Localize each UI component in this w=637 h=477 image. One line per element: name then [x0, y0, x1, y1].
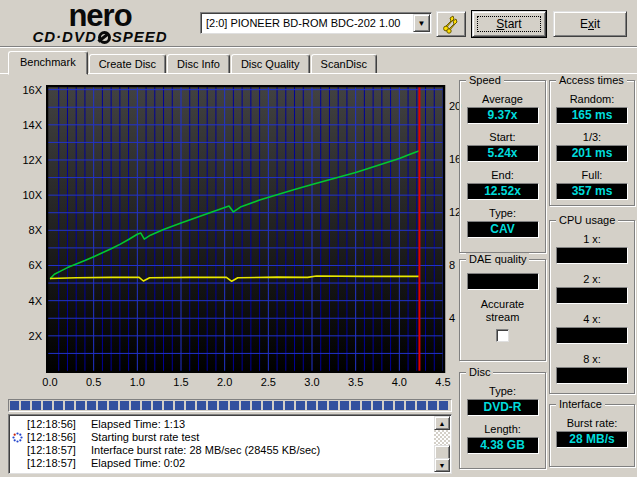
tools-icon [441, 14, 461, 34]
exit-label-pre: E [580, 17, 588, 31]
log-scrollbar[interactable]: ▲ ▼ [434, 416, 450, 472]
tab-disc-quality[interactable]: Disc Quality [231, 54, 310, 74]
product-prefix: CD·DVD [32, 28, 96, 45]
y-left-tick: 6X [10, 259, 42, 271]
speed-group: Speed Average9.37xStart:5.24xEnd:12.52xT… [459, 80, 546, 253]
tab-scandisc[interactable]: ScanDisc [311, 54, 377, 74]
dae-quality-group: DAE quality Accuratestream [459, 259, 546, 361]
dae-quality-value [467, 273, 539, 290]
x-tick: 0.5 [81, 376, 107, 388]
field-label: 4 x: [583, 313, 601, 326]
field-value: 201 ms [556, 145, 628, 162]
start-label-post: tart [504, 17, 521, 31]
field-value: 165 ms [556, 107, 628, 124]
field-label: 2 x: [583, 273, 601, 286]
accurate-stream-checkbox[interactable] [496, 329, 509, 342]
field-value [556, 287, 628, 304]
nero-cd-dvd-speed-logo: nero CD·DVDSPEED [14, 3, 186, 45]
start-button[interactable]: Start [472, 11, 546, 37]
field-label: Full: [582, 169, 603, 182]
x-tick: 4.5 [430, 376, 456, 388]
field-label: Random: [570, 93, 615, 106]
log-timestamp: [12:18:57] [27, 444, 91, 457]
arrow-down-icon[interactable]: ▼ [434, 458, 450, 472]
field-value [556, 327, 628, 344]
status-log-listbox[interactable]: [12:18:56]Elapsed Time: 1:13[12:18:56]St… [8, 414, 452, 474]
y-left-tick: 4X [10, 295, 42, 307]
field-value: 357 ms [556, 183, 628, 200]
busy-icon [12, 432, 23, 443]
field-label: Start: [489, 131, 515, 144]
tab-create-disc[interactable]: Create Disc [89, 54, 166, 74]
accurate-stream-line2: stream [486, 311, 520, 323]
y-left-tick: 8X [10, 224, 42, 236]
x-tick: 1.0 [124, 376, 150, 388]
field-label: End: [491, 169, 514, 182]
x-tick: 4.0 [386, 376, 412, 388]
field-value: 5.24x [467, 145, 539, 162]
field-value: CAV [467, 221, 539, 238]
benchmark-chart [46, 85, 446, 373]
field-label: Type: [489, 385, 516, 398]
options-button[interactable] [436, 11, 466, 37]
log-message: Elapsed Time: 0:02 [91, 457, 451, 470]
log-row: [12:18:57]Elapsed Time: 0:02 [9, 457, 451, 470]
access-times-group: Access times Random:165 ms1/3:201 msFull… [549, 80, 635, 206]
drive-select-value: [2:0] PIONEER BD-ROM BDC-202 1.00 [204, 15, 411, 31]
x-tick: 2.0 [212, 376, 238, 388]
product-text: CD·DVDSPEED [14, 29, 186, 45]
tab-disc-info[interactable]: Disc Info [167, 54, 230, 74]
arrow-up-icon[interactable]: ▲ [434, 416, 450, 430]
progress-bar-fill [10, 401, 450, 410]
field-value [556, 367, 628, 384]
accurate-stream-line1: Accurate [481, 298, 524, 310]
field-label: 8 x: [583, 353, 601, 366]
field-label: Type: [489, 207, 516, 220]
log-row: [12:18:56]Starting burst rate test [9, 431, 451, 444]
y-left-tick: 10X [10, 189, 42, 201]
tab-strip: BenchmarkCreate DiscDisc InfoDisc Qualit… [8, 51, 378, 74]
toolbar-divider [0, 46, 637, 48]
exit-button[interactable]: Exit [553, 11, 627, 37]
y-left-tick: 2X [10, 330, 42, 342]
nero-cd-dvd-speed-window: nero CD·DVDSPEED [2:0] PIONEER BD-ROM BD… [0, 0, 637, 477]
progress-bar [8, 399, 452, 412]
field-value: 9.37x [467, 107, 539, 124]
chart-plot-area [46, 85, 446, 373]
status-log-rows: [12:18:56]Elapsed Time: 1:13[12:18:56]St… [9, 418, 451, 470]
brand-text: nero [14, 3, 186, 29]
chevron-down-icon[interactable]: ▼ [413, 14, 430, 32]
field-label: Burst rate: [567, 417, 618, 430]
x-tick: 0.0 [37, 376, 63, 388]
y-left-tick: 14X [10, 119, 42, 131]
log-message: Interface burst rate: 28 MB/sec (28455 K… [91, 444, 451, 457]
field-value [556, 247, 628, 264]
log-timestamp: [12:18:56] [27, 431, 91, 444]
product-suffix: SPEED [112, 28, 168, 45]
x-tick: 1.5 [168, 376, 194, 388]
x-tick: 3.0 [299, 376, 325, 388]
field-value: DVD-R [467, 399, 539, 416]
log-timestamp: [12:18:56] [27, 418, 91, 431]
log-timestamp: [12:18:57] [27, 457, 91, 470]
log-row: [12:18:57]Interface burst rate: 28 MB/se… [9, 444, 451, 457]
field-value: 12.52x [467, 183, 539, 200]
log-message: Starting burst rate test [91, 431, 451, 444]
drive-select-combobox[interactable]: [2:0] PIONEER BD-ROM BDC-202 1.00 ▼ [200, 12, 432, 34]
y-left-tick: 12X [10, 154, 42, 166]
start-label-accel: S [496, 17, 504, 31]
cpu-usage-group: CPU usage 1 x:2 x:4 x:8 x: [549, 220, 635, 394]
log-row: [12:18:56]Elapsed Time: 1:13 [9, 418, 451, 431]
x-tick: 3.5 [343, 376, 369, 388]
tab-benchmark[interactable]: Benchmark [8, 51, 88, 75]
y-left-tick: 16X [10, 84, 42, 96]
tab-page-edge [0, 73, 637, 74]
disc-icon [98, 31, 111, 44]
field-label: 1 x: [583, 233, 601, 246]
field-label: Average [482, 93, 523, 106]
accurate-stream-label: Accuratestream [481, 298, 524, 324]
field-value: 28 MB/s [556, 431, 628, 448]
interface-group: Interface Burst rate:28 MB/s [549, 404, 635, 467]
field-label: Length: [484, 423, 521, 436]
exit-label-post: it [594, 17, 600, 31]
